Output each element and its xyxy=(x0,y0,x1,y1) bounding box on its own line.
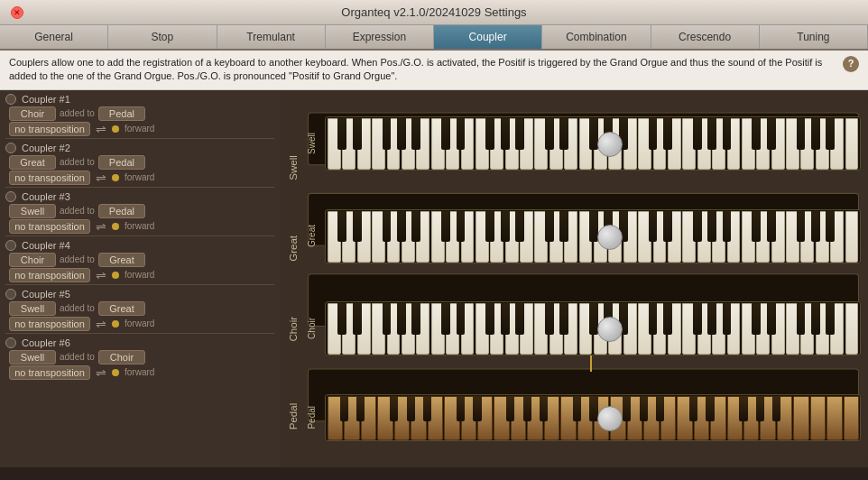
swell-row: Swell xyxy=(307,116,861,171)
pedal-black-key-0-4 xyxy=(390,396,398,422)
coupler-1-added-to: added to xyxy=(60,108,95,118)
black-key-4-1 xyxy=(752,211,761,243)
black-key-4-2 xyxy=(767,118,776,150)
black-key-3-2 xyxy=(663,118,672,150)
coupler-2-from[interactable]: Great xyxy=(9,155,56,170)
coupler-6-to[interactable]: Choir xyxy=(98,350,145,365)
black-key-1-4 xyxy=(485,118,494,150)
coupler-2-radio[interactable] xyxy=(5,143,16,153)
coupler-2-label: Coupler #2 xyxy=(22,143,70,153)
main-content: Coupler #1 Choir added to Pedal no trans… xyxy=(0,90,868,467)
tab-tuning[interactable]: Tuning xyxy=(760,25,868,49)
black-key-0-4 xyxy=(383,118,392,150)
tab-general[interactable]: General xyxy=(0,25,108,49)
coupler-1-from[interactable]: Choir xyxy=(9,106,56,121)
black-key-0-5 xyxy=(397,118,406,150)
coupler-3-from[interactable]: Swell xyxy=(9,204,56,218)
black-key-4-4 xyxy=(797,303,806,335)
coupler-1-group: Coupler #1 Choir added to Pedal no trans… xyxy=(5,94,274,139)
black-key-0-6 xyxy=(411,118,420,150)
coupler-1-radio[interactable] xyxy=(5,94,16,105)
black-key-1-6 xyxy=(515,211,524,243)
tab-combination[interactable]: Combination xyxy=(542,25,651,49)
coupler-5-arrows-icon: ⇌ xyxy=(96,317,106,331)
black-key-0-5 xyxy=(397,303,406,335)
coupler-3-forward-dot xyxy=(112,223,119,230)
coupler-5-forward-label: forward xyxy=(125,318,154,328)
coupler-1-to[interactable]: Pedal xyxy=(98,106,145,121)
coupler-4-group: Coupler #4 Choir added to Great no trans… xyxy=(5,240,274,285)
black-key-2-1 xyxy=(545,118,554,150)
tab-expression[interactable]: Expression xyxy=(326,25,434,49)
coupler-2-forward-label: forward xyxy=(125,172,154,182)
pedal-black-key-1-5 xyxy=(523,396,531,422)
coupler-2-added-to: added to xyxy=(60,157,95,167)
coupler-6-transposition[interactable]: no transposition xyxy=(9,365,90,380)
help-button[interactable]: ? xyxy=(843,56,859,72)
pedal-row: Pedal xyxy=(307,394,861,441)
coupler-4-to[interactable]: Great xyxy=(98,253,145,267)
coupler-6-radio[interactable] xyxy=(5,337,16,348)
coupler-4-transposition[interactable]: no transposition xyxy=(9,268,90,282)
coupler-6-forward-label: forward xyxy=(125,367,154,377)
black-key-1-2 xyxy=(457,118,466,150)
downward-arrow xyxy=(590,355,592,372)
black-key-1-1 xyxy=(441,118,450,150)
black-key-1-2 xyxy=(457,303,466,335)
coupler-3-transposition[interactable]: no transposition xyxy=(9,219,90,234)
coupler-5-radio[interactable] xyxy=(5,289,16,300)
coupler-5-from[interactable]: Swell xyxy=(9,301,56,316)
tab-coupler[interactable]: Coupler xyxy=(434,25,542,49)
black-key-0-6 xyxy=(411,211,420,243)
coupler-3-radio[interactable] xyxy=(5,191,16,202)
coupler-1-arrows-icon: ⇌ xyxy=(96,122,106,136)
black-key-3-5 xyxy=(707,211,716,243)
right-panel: Swell // Generate white keys via JS afte… xyxy=(280,90,868,467)
coupler-3-added-to: added to xyxy=(60,206,95,216)
coupler-2-transposition[interactable]: no transposition xyxy=(9,171,90,185)
black-key-0-1 xyxy=(337,118,346,150)
black-key-1-2 xyxy=(457,211,466,243)
close-button[interactable]: ✕ xyxy=(11,6,23,19)
coupler-2-to[interactable]: Pedal xyxy=(98,155,145,170)
coupler-1-transposition[interactable]: no transposition xyxy=(9,122,90,136)
pedal-black-key-1-6 xyxy=(540,396,548,422)
pedal-black-key-2-1 xyxy=(573,396,581,422)
pedal-black-key-3-1 xyxy=(689,396,697,422)
coupler-5-forward-dot xyxy=(112,320,119,328)
black-key-0-4 xyxy=(383,303,392,335)
black-key-2-2 xyxy=(559,211,568,243)
black-key-3-5 xyxy=(707,303,716,335)
coupler-3-to[interactable]: Pedal xyxy=(98,204,145,218)
black-key-0-6 xyxy=(411,303,420,335)
black-key-4-2 xyxy=(767,211,776,243)
black-key-0-2 xyxy=(353,303,362,335)
info-text: Couplers allow one to add the registrati… xyxy=(9,56,836,84)
coupler-4-radio[interactable] xyxy=(5,240,16,251)
coupler-6-label: Coupler #6 xyxy=(22,337,70,348)
tab-crescendo[interactable]: Crescendo xyxy=(651,25,760,49)
coupler-5-to[interactable]: Great xyxy=(98,301,145,316)
coupler-4-label: Coupler #4 xyxy=(22,240,70,251)
divider-5 xyxy=(5,333,274,334)
pedal-keyboard xyxy=(325,394,861,441)
black-key-4-4 xyxy=(797,118,806,150)
coupler-1-label: Coupler #1 xyxy=(22,94,70,105)
black-key-3-1 xyxy=(649,118,658,150)
black-key-2-2 xyxy=(559,303,568,335)
coupler-6-group: Coupler #6 Swell added to Choir no trans… xyxy=(5,337,274,380)
tab-tremulant[interactable]: Tremulant xyxy=(217,25,326,49)
black-key-0-1 xyxy=(337,211,346,243)
coupler-4-from[interactable]: Choir xyxy=(9,253,56,267)
tab-stop[interactable]: Stop xyxy=(108,25,217,49)
divider-1 xyxy=(5,138,274,139)
pedal-black-key-0-6 xyxy=(423,396,431,422)
swell-label-text: Swell xyxy=(307,133,319,154)
coupler-3-forward-label: forward xyxy=(125,221,154,231)
great-row: Great xyxy=(307,209,861,263)
pedal-black-key-0-5 xyxy=(407,396,415,422)
coupler-6-from[interactable]: Swell xyxy=(9,350,56,365)
black-key-0-2 xyxy=(353,211,362,243)
pedal-black-key-1-4 xyxy=(506,396,514,422)
coupler-5-transposition[interactable]: no transposition xyxy=(9,317,90,331)
